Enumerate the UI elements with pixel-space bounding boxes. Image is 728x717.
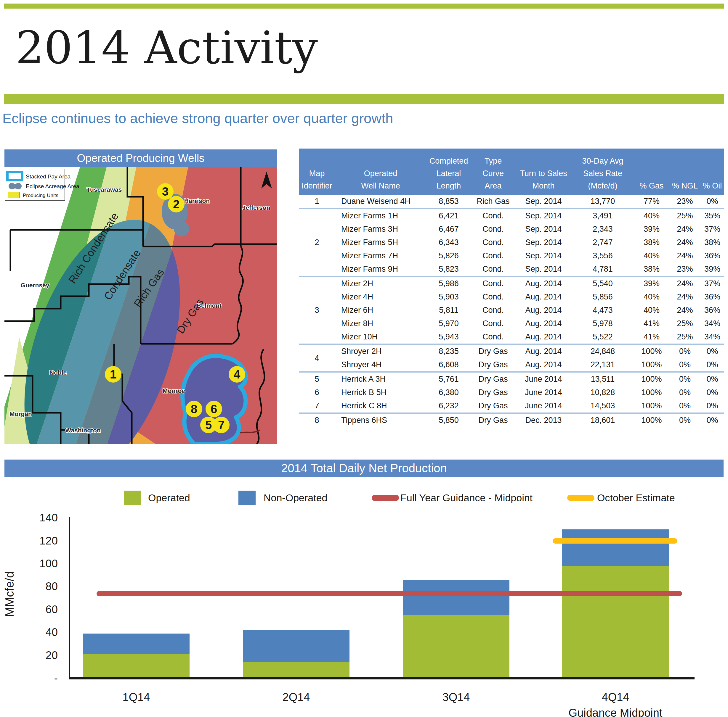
well-name-cell: Duane Weisend 4H — [335, 195, 427, 209]
y-tick-label: 140 — [13, 511, 58, 524]
map-identifier-cell: 5 — [299, 372, 335, 386]
svg-text:3: 3 — [162, 185, 168, 198]
well-marker-8: 8 — [186, 401, 202, 417]
table-row: 4Shroyer 2H8,235Dry GasAug. 201424,84810… — [299, 344, 724, 358]
table-cell: Cond. — [471, 249, 515, 262]
y-tick-label: 120 — [13, 534, 58, 548]
map-legend-label-producing-units: Producing Units — [23, 193, 58, 198]
map-legend-label-stacked-pay: Stacked Pay Area — [26, 173, 70, 180]
svg-text:4: 4 — [234, 368, 240, 381]
wells-table-header-col-5: 30-Day AvgSales Rate(Mcfe/d) — [572, 148, 634, 195]
table-cell: Aug. 2014 — [515, 276, 572, 290]
title-divider-bar — [4, 94, 724, 104]
table-cell: 10,828 — [572, 386, 634, 399]
table-cell: 6,380 — [427, 386, 471, 399]
map-legend-label-acreage: Eclipse Acreage Area — [26, 183, 80, 189]
chart-section-title: 2014 Total Daily Net Production — [5, 459, 723, 477]
table-cell: 0% — [700, 358, 724, 372]
svg-text:8: 8 — [191, 403, 197, 415]
header-line: % Gas — [635, 180, 668, 192]
well-marker-2: 2 — [168, 196, 185, 212]
map-identifier-cell: 3 — [299, 276, 335, 344]
x-category-label: 1Q14 — [77, 691, 196, 704]
table-cell: 5,540 — [572, 276, 634, 290]
table-cell: 24% — [669, 304, 700, 317]
county-label-washington: Washington — [65, 427, 100, 433]
header-line: % NGL — [671, 180, 699, 192]
x-category-sublabel: Guidance Midpoint — [556, 706, 675, 717]
wells-table-header-col-4: Turn to SalesMonth — [515, 148, 572, 195]
table-cell: 36% — [700, 290, 724, 304]
table-row: Mizer Farms 5H6,343Cond.Sep. 20142,74738… — [299, 236, 724, 249]
table-cell: Aug. 2014 — [515, 304, 572, 317]
table-cell: 41% — [634, 317, 669, 330]
header-line: Identifier — [300, 180, 333, 192]
table-row: 8Tippens 6HS5,850Dry GasDec. 201318,6011… — [299, 413, 724, 427]
table-cell: Sep. 2014 — [515, 262, 572, 276]
well-name-cell: Mizer Farms 9H — [335, 262, 427, 276]
table-cell: Aug. 2014 — [515, 358, 572, 372]
table-cell: 23% — [669, 195, 700, 209]
table-cell: 0% — [669, 372, 700, 386]
table-cell: 2,343 — [572, 223, 634, 236]
table-cell: 40% — [634, 304, 669, 317]
legend-label: Full Year Guidance - Midpoint — [401, 490, 532, 505]
legend-swatch-non-operated — [239, 491, 255, 505]
y-tick-label: 40 — [13, 626, 58, 639]
table-cell: Sep. 2014 — [515, 249, 572, 262]
table-row: 7Herrick C 8H6,232Dry GasJune 201414,503… — [299, 399, 724, 413]
table-cell: 0% — [700, 399, 724, 413]
county-label-guernsey: Guernsey — [21, 282, 49, 288]
table-cell: Cond. — [471, 236, 515, 249]
bar-operated-1Q14 — [83, 654, 190, 678]
wells-table-header-col-0: MapIdentifier — [299, 148, 335, 195]
svg-text:7: 7 — [218, 418, 225, 432]
table-cell: 25% — [669, 317, 700, 330]
well-name-cell: Herrick C 8H — [335, 399, 427, 413]
well-marker-6: 6 — [205, 401, 222, 417]
bar-operated-4Q14 — [562, 566, 669, 678]
table-cell: June 2014 — [515, 386, 572, 399]
map-identifier-cell: 7 — [299, 399, 335, 413]
map-identifier-cell: 6 — [299, 386, 335, 399]
county-label-monroe: Monroe — [163, 387, 185, 394]
table-cell: 6,467 — [427, 223, 471, 236]
table-cell: 5,943 — [427, 330, 471, 344]
table-cell: 0% — [700, 386, 724, 399]
table-cell: 4,473 — [572, 304, 634, 317]
county-label-belmont: Belmont — [197, 302, 222, 309]
table-cell: 37% — [700, 276, 724, 290]
table-cell: 3,556 — [572, 249, 634, 262]
county-label-tuscarawas: Tuscarawas — [87, 186, 122, 193]
table-cell: 5,903 — [427, 290, 471, 304]
table-cell: 3,491 — [572, 209, 634, 223]
bar-operated-2Q14 — [243, 662, 349, 678]
table-row: Mizer Farms 3H6,467Cond.Sep. 20142,34339… — [299, 223, 724, 236]
x-category-label: 4Q14 — [556, 691, 675, 704]
header-line: Map — [300, 168, 333, 180]
wells-table-header-col-1: OperatedWell Name — [335, 148, 427, 195]
table-row: 6Herrick B 5H6,380Dry GasJune 201410,828… — [299, 386, 724, 399]
wells-table-header-col-3: TypeCurveArea — [471, 148, 515, 195]
county-label-harrison: Harrison — [184, 197, 210, 204]
table-cell: 14,503 — [572, 399, 634, 413]
page-title: 2014 Activity — [15, 22, 430, 74]
header-line: Sales Rate — [573, 168, 633, 180]
table-cell: 0% — [669, 344, 700, 358]
acreage-swatch-icon — [9, 183, 21, 189]
table-cell: Cond. — [471, 330, 515, 344]
table-row: 3Mizer 2H5,986Cond.Aug. 20145,54039%24%3… — [299, 276, 724, 290]
well-name-cell: Shroyer 2H — [335, 344, 427, 358]
header-line: Area — [472, 180, 514, 192]
table-cell: 23% — [669, 262, 700, 276]
production-chart: OperatedNon-OperatedFull Year Guidance -… — [0, 485, 728, 717]
y-tick-label: - — [13, 672, 58, 685]
table-row: Mizer 8H5,970Cond.Aug. 20145,97841%25%34… — [299, 317, 724, 330]
bar-non-operated-2Q14 — [243, 630, 349, 662]
table-cell: 2,747 — [572, 236, 634, 249]
table-cell: 100% — [634, 386, 669, 399]
table-cell: 38% — [634, 236, 669, 249]
well-name-cell: Mizer 10H — [335, 330, 427, 344]
y-axis-title: MMcfe/d — [3, 550, 16, 639]
operated-wells-table: MapIdentifierOperatedWell NameCompletedL… — [299, 148, 724, 427]
